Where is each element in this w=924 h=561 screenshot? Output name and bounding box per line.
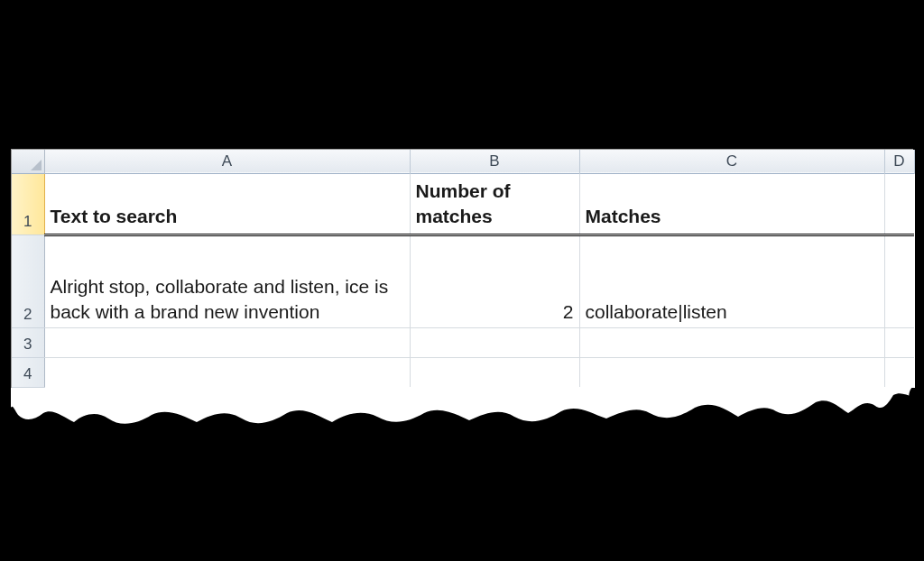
cell-B3[interactable] [410,328,579,358]
torn-edge [11,388,913,460]
row-header-1[interactable]: 1 [12,173,44,235]
column-header-row: A B C D [12,150,914,173]
column-header-D[interactable]: D [884,150,914,173]
column-header-A[interactable]: A [44,150,410,173]
column-header-B[interactable]: B [410,150,579,173]
cell-B4[interactable] [410,358,579,388]
cell-A1[interactable]: Text to search [44,173,410,235]
cell-C3[interactable] [579,328,884,358]
row-header-2[interactable]: 2 [12,235,44,328]
cell-D3[interactable] [884,328,914,358]
cell-D4[interactable] [884,358,914,388]
spreadsheet-grid: A B C D 1 Text to search Number of match… [11,149,913,388]
cell-C4[interactable] [579,358,884,388]
row-4: 4 [12,358,914,388]
cell-D1[interactable] [884,173,914,235]
row-3: 3 [12,328,914,358]
cell-D2[interactable] [884,235,914,328]
row-header-3[interactable]: 3 [12,328,44,358]
cell-A4[interactable] [44,358,410,388]
cell-A3[interactable] [44,328,410,358]
row-2: 2 Alright stop, collaborate and listen, … [12,235,914,328]
row-1: 1 Text to search Number of matches Match… [12,173,914,235]
cell-A2[interactable]: Alright stop, collaborate and listen, ic… [44,235,410,328]
select-all-corner[interactable] [12,150,44,173]
cell-B1[interactable]: Number of matches [410,173,579,235]
cell-C2[interactable]: collaborate|listen [579,235,884,328]
row-header-4[interactable]: 4 [12,358,44,388]
spreadsheet-fragment: A B C D 1 Text to search Number of match… [11,149,913,460]
cell-B2[interactable]: 2 [410,235,579,328]
column-header-C[interactable]: C [579,150,884,173]
select-all-triangle-icon [31,160,42,170]
cell-C1[interactable]: Matches [579,173,884,235]
